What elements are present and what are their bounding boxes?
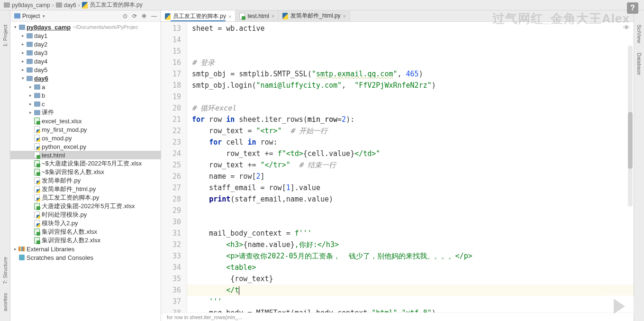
code-line[interactable]: <table> xyxy=(192,262,644,273)
tree-arrow-icon[interactable]: ▸ xyxy=(27,110,33,115)
refresh-icon[interactable]: ⟳ xyxy=(132,13,137,19)
code-line[interactable]: {row_text} xyxy=(192,273,644,284)
code-line[interactable] xyxy=(192,46,644,57)
code-line[interactable] xyxy=(192,216,644,228)
code-line[interactable]: row_text += f"<td>{cell.value}</td>" xyxy=(192,148,644,159)
tree-file[interactable]: ▸my_first_mod.py xyxy=(10,125,161,134)
project-tree[interactable]: ▾py8days_camp~/Documents/work/PyProjec▸d… xyxy=(10,22,161,321)
tool-favorites[interactable]: avorites xyxy=(2,293,8,312)
code-line[interactable] xyxy=(192,91,644,102)
code-editor[interactable]: 1314151617181920212223242526272829303132… xyxy=(161,22,644,312)
code-line[interactable]: mail_body_context = f''' xyxy=(192,228,644,239)
editor-tab[interactable]: 员工发工资的脚本.py× xyxy=(161,10,236,21)
tree-file[interactable]: ▸员工发工资的脚本.py xyxy=(10,193,161,202)
tree-folder-day3[interactable]: ▸day3 xyxy=(10,48,161,57)
project-panel-title[interactable]: Project ▾ xyxy=(14,13,123,19)
scrollbar-thumb[interactable] xyxy=(628,112,633,169)
project-panel-tools: ⊙ ⟳ ✻ — xyxy=(123,13,157,19)
video-play-overlay[interactable] xyxy=(601,294,635,318)
tree-folder-day5[interactable]: ▸day5 xyxy=(10,65,161,74)
tree-folder-day2[interactable]: ▸day2 xyxy=(10,40,161,48)
tree-arrow-icon[interactable]: ▸ xyxy=(12,247,18,251)
breadcrumb-root[interactable]: py8days_camp xyxy=(4,2,50,9)
help-icon[interactable]: ? xyxy=(627,2,638,14)
code-line[interactable]: <h3>{name.value},你好:</h3> xyxy=(192,239,644,250)
code-line[interactable]: for row in sheet.iter_rows(min_row=2): xyxy=(192,114,644,125)
locate-icon[interactable]: ⊙ xyxy=(123,13,127,19)
tab-close-icon[interactable]: × xyxy=(343,13,346,19)
tree-file[interactable]: ▸~$大唐建设集团-2022年5月工资.xlsx xyxy=(10,159,161,168)
editor-scrollbar[interactable] xyxy=(628,46,633,207)
code-line[interactable]: smtp_obj = smtplib.SMTP_SSL("smtp.exmail… xyxy=(192,68,644,80)
tree-folder-课件[interactable]: ▸课件 xyxy=(10,108,161,117)
tree-label: py8days_camp xyxy=(27,24,71,31)
code-line[interactable]: ''' xyxy=(192,296,644,307)
tree-file[interactable]: ▸时间处理模块.py xyxy=(10,211,161,219)
tree-arrow-icon[interactable]: ▸ xyxy=(20,50,26,55)
code-line[interactable]: <p>请查收你2022-05月的工资条， 钱少了，别他妈的来找我。。。。</p> xyxy=(192,250,644,262)
code-body[interactable]: sheet = wb.active # 登录smtp_obj = smtplib… xyxy=(187,22,644,312)
tree-scratches[interactable]: ▸Scratches and Consoles xyxy=(10,253,161,262)
tree-file[interactable]: ▸集训营报名人数2.xlsx xyxy=(10,236,161,245)
tree-arrow-icon[interactable]: ▸ xyxy=(27,93,33,98)
collapse-icon[interactable]: — xyxy=(151,13,157,19)
editor-tab[interactable]: test.html× xyxy=(236,10,279,21)
code-line[interactable]: # 登录 xyxy=(192,57,644,68)
tree-file[interactable]: ▸os_mod.py xyxy=(10,134,161,142)
code-line[interactable]: smtp_obj.login("nami@luffycity.com", "Ff… xyxy=(192,80,644,91)
code-line[interactable]: for cell in row: xyxy=(192,137,644,148)
code-line[interactable]: row_text += "</tr>" # 结束一行 xyxy=(192,159,644,171)
tree-arrow-icon[interactable]: ▾ xyxy=(20,76,26,81)
tree-file[interactable]: ▸python_excel.py xyxy=(10,142,161,151)
editor-tab[interactable]: 发简单邮件_html.py× xyxy=(279,10,350,21)
tree-root[interactable]: ▾py8days_camp~/Documents/work/PyProjec xyxy=(10,23,161,31)
py-file-icon xyxy=(33,177,41,184)
tree-external-libraries[interactable]: ▸External Libraries xyxy=(10,245,161,253)
code-line[interactable]: print(staff_email,name.value) xyxy=(192,193,644,205)
tree-arrow-icon[interactable]: ▸ xyxy=(20,42,26,46)
tree-folder-a[interactable]: ▸a xyxy=(10,83,161,91)
tree-folder-c[interactable]: ▸c xyxy=(10,100,161,108)
breadcrumb-folder[interactable]: day6 xyxy=(56,2,76,9)
breadcrumb-file[interactable]: 员工发工资的脚本.py xyxy=(82,1,143,9)
tree-file[interactable]: ▸发简单邮件_html.py xyxy=(10,185,161,193)
tree-file[interactable]: ▸模块导入2.py xyxy=(10,219,161,228)
tree-file[interactable]: ▸~$集训营报名人数.xlsx xyxy=(10,168,161,176)
code-line[interactable]: staff_email = row[1].value xyxy=(192,182,644,193)
tree-arrow-icon[interactable]: ▸ xyxy=(20,67,26,72)
tree-arrow-icon[interactable]: ▸ xyxy=(27,101,33,106)
tree-folder-day4[interactable]: ▸day4 xyxy=(10,57,161,65)
tree-folder-b[interactable]: ▸b xyxy=(10,91,161,100)
tool-sciview[interactable]: SciView xyxy=(636,25,642,43)
tab-close-icon[interactable]: × xyxy=(228,14,231,19)
tree-folder-day6[interactable]: ▾day6 xyxy=(10,74,161,83)
tree-folder-day1[interactable]: ▸day1 xyxy=(10,31,161,40)
code-line[interactable]: sheet = wb.active xyxy=(192,23,644,34)
tree-file[interactable]: ▸excel_test.xlsx xyxy=(10,117,161,125)
tree-file[interactable]: ▸集训营报名人数.xlsx xyxy=(10,228,161,236)
tree-file[interactable]: ▸大唐建设集团-2022年5月工资.xlsx xyxy=(10,202,161,211)
folder-icon xyxy=(33,101,41,107)
tree-arrow-icon[interactable]: ▸ xyxy=(20,59,26,64)
line-number: 34 xyxy=(161,262,181,273)
code-line[interactable]: msg_body = MIMEText(mail_body_context,"h… xyxy=(192,307,644,312)
code-line[interactable]: # 循环excel xyxy=(192,102,644,114)
editor-breadcrumb-status[interactable]: for row in sheet.iter_rows(min_... xyxy=(161,312,644,321)
tree-arrow-icon[interactable]: ▾ xyxy=(12,25,18,29)
tree-arrow-icon[interactable]: ▸ xyxy=(27,84,33,89)
tool-project[interactable]: 1: Project xyxy=(2,25,8,46)
reader-mode-icon[interactable]: 👁 xyxy=(623,24,630,31)
code-line[interactable]: row_text = "<tr>" # 开始一行 xyxy=(192,125,644,137)
tree-file[interactable]: ▸发简单邮件.py xyxy=(10,176,161,185)
tree-file[interactable]: ▸test.html xyxy=(10,151,161,159)
code-line[interactable]: </t xyxy=(187,284,644,296)
tree-arrow-icon[interactable]: ▸ xyxy=(20,33,26,38)
tab-close-icon[interactable]: × xyxy=(272,13,274,19)
code-line[interactable]: name = row[2] xyxy=(192,171,644,182)
tool-database[interactable]: Database xyxy=(636,53,642,75)
tool-structure[interactable]: 7: Structure xyxy=(2,257,8,284)
settings-icon[interactable]: ✻ xyxy=(142,13,146,19)
code-line[interactable] xyxy=(192,205,644,216)
code-line[interactable] xyxy=(192,34,644,46)
tree-label: b xyxy=(42,92,45,99)
